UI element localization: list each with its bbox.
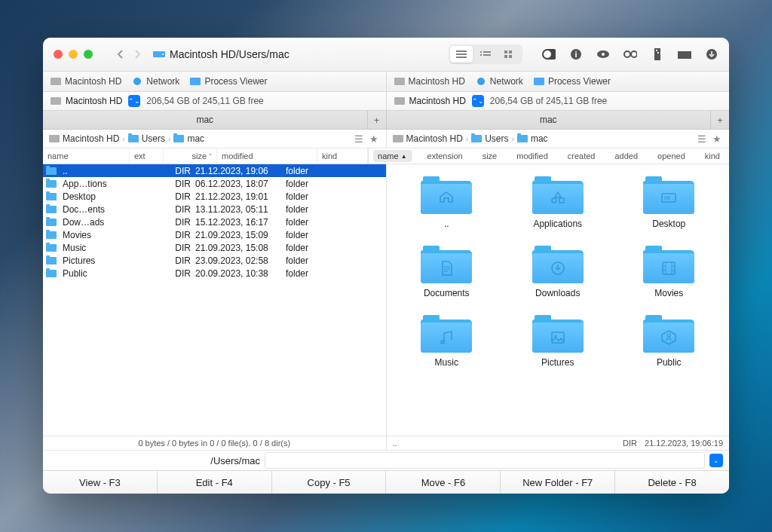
compress-icon[interactable] bbox=[651, 47, 664, 61]
view-icons-button[interactable] bbox=[498, 46, 521, 63]
file-row[interactable]: ..DIR21.12.2023, 19:06folder bbox=[43, 164, 386, 177]
folder-item[interactable]: Desktop bbox=[615, 175, 724, 229]
svg-rect-29 bbox=[51, 97, 61, 105]
layout-icon-left[interactable]: ☰ bbox=[353, 133, 365, 145]
drive-dropdown-right[interactable]: ⌃⌄ bbox=[472, 95, 484, 107]
file-manager-window: Macintosh HD/Users/mac i Macintosh HD Ne… bbox=[43, 38, 729, 494]
left-file-list[interactable]: ..DIR21.12.2023, 19:06folderApp…tionsDIR… bbox=[43, 164, 387, 436]
drive-tab-network-right[interactable]: Network bbox=[476, 76, 523, 87]
layout-icon-right[interactable]: ☰ bbox=[696, 133, 708, 145]
command-input[interactable] bbox=[265, 452, 705, 469]
col-name-left[interactable]: name bbox=[43, 148, 130, 164]
svg-point-15 bbox=[602, 53, 605, 56]
file-row[interactable]: MoviesDIR21.09.2023, 15:09folder bbox=[43, 228, 386, 241]
favorite-icon-left[interactable]: ★ bbox=[368, 133, 380, 145]
folder-item[interactable]: Documents bbox=[393, 244, 501, 298]
col-kind-right[interactable]: kind bbox=[700, 148, 725, 164]
crumb-users-right[interactable]: Users bbox=[471, 133, 508, 144]
toggle-hidden-icon[interactable] bbox=[542, 47, 556, 61]
panel-tabs: mac + mac + bbox=[43, 111, 729, 130]
sync-icon[interactable] bbox=[678, 47, 691, 61]
drive-tab-macintosh-right[interactable]: Macintosh HD bbox=[394, 76, 465, 87]
crumb-mac-right[interactable]: mac bbox=[517, 133, 548, 144]
file-row[interactable]: DesktopDIR21.12.2023, 19:01folder bbox=[43, 190, 386, 203]
drive-chip-left[interactable]: Macintosh HD bbox=[51, 96, 122, 106]
edit-button[interactable]: Edit - F4 bbox=[158, 471, 272, 494]
col-extension-right[interactable]: extension bbox=[423, 148, 467, 164]
view-button[interactable]: View - F3 bbox=[43, 471, 158, 494]
col-size-right[interactable]: size bbox=[478, 148, 502, 164]
drive-tab-process[interactable]: Process Viewer bbox=[190, 76, 267, 87]
move-button[interactable]: Move - F6 bbox=[386, 471, 501, 494]
forward-button[interactable] bbox=[130, 47, 144, 61]
add-tab-left[interactable]: + bbox=[367, 111, 386, 129]
delete-button[interactable]: Delete - F8 bbox=[615, 471, 729, 494]
left-status-text: 0 bytes / 0 bytes in 0 / 0 file(s). 0 / … bbox=[49, 439, 380, 448]
info-icon[interactable]: i bbox=[569, 47, 583, 61]
folder-item[interactable]: Music bbox=[393, 313, 501, 368]
eject-icon[interactable] bbox=[705, 47, 718, 61]
folder-item[interactable]: Pictures bbox=[504, 313, 612, 368]
minimize-window-button[interactable] bbox=[69, 50, 78, 59]
right-headers: name▲ extension size modified created ad… bbox=[369, 148, 729, 164]
add-tab-right[interactable]: + bbox=[710, 111, 729, 129]
copy-button[interactable]: Copy - F5 bbox=[272, 471, 387, 494]
folder-item[interactable]: Movies bbox=[615, 244, 724, 298]
back-button[interactable] bbox=[114, 47, 127, 61]
drive-chip-right[interactable]: Macintosh HD bbox=[394, 96, 466, 106]
crumb-mac-left[interactable]: mac bbox=[173, 133, 204, 144]
search-icon[interactable] bbox=[623, 47, 637, 61]
file-row[interactable]: MusicDIR21.09.2023, 15:08folder bbox=[43, 241, 386, 254]
right-pane-tab[interactable]: mac bbox=[387, 115, 711, 125]
crumb-drive-left[interactable]: Macintosh HD bbox=[49, 133, 119, 144]
window-title: Macintosh HD/Users/mac bbox=[153, 48, 290, 60]
col-added-right[interactable]: added bbox=[611, 148, 643, 164]
svg-rect-4 bbox=[480, 54, 482, 56]
right-status-dir: DIR bbox=[623, 439, 637, 448]
folder-item[interactable]: Downloads bbox=[504, 244, 612, 298]
svg-rect-31 bbox=[49, 135, 60, 142]
right-icon-grid[interactable]: ..ApplicationsDesktopDocumentsDownloadsM… bbox=[387, 164, 730, 436]
col-ext-left[interactable]: ext bbox=[130, 148, 164, 164]
col-opened-right[interactable]: opened bbox=[653, 148, 690, 164]
svg-rect-34 bbox=[664, 196, 670, 200]
svg-point-16 bbox=[624, 51, 630, 57]
status-bar: 0 bytes / 0 bytes in 0 / 0 file(s). 0 / … bbox=[43, 436, 729, 450]
folder-item[interactable]: .. bbox=[393, 175, 501, 229]
file-row[interactable]: PublicDIR20.09.2023, 10:38folder bbox=[43, 267, 386, 280]
drive-tab-macintosh[interactable]: Macintosh HD bbox=[51, 76, 121, 87]
drive-tab-process-right[interactable]: Process Viewer bbox=[534, 76, 611, 87]
folder-item[interactable]: Applications bbox=[504, 175, 612, 229]
crumb-users-left[interactable]: Users bbox=[128, 133, 165, 144]
file-row[interactable]: Doc…entsDIR13.11.2023, 05:11folder bbox=[43, 203, 386, 216]
view-list-button[interactable] bbox=[450, 46, 473, 63]
favorite-icon-right[interactable]: ★ bbox=[711, 133, 723, 145]
view-columns-button[interactable] bbox=[474, 46, 497, 63]
drive-dropdown-left[interactable]: ⌃⌄ bbox=[128, 95, 140, 107]
column-headers: name ext size˄ modified kind name▲ exten… bbox=[43, 148, 729, 164]
col-modified-right[interactable]: modified bbox=[512, 148, 553, 164]
col-created-right[interactable]: created bbox=[563, 148, 600, 164]
svg-rect-5 bbox=[483, 54, 491, 56]
col-kind-left[interactable]: kind bbox=[317, 148, 368, 164]
col-size-left[interactable]: size˄ bbox=[164, 148, 217, 164]
close-window-button[interactable] bbox=[54, 50, 63, 59]
drive-tab-network[interactable]: Network bbox=[132, 76, 179, 87]
zoom-window-button[interactable] bbox=[84, 50, 93, 59]
crumb-drive-right[interactable]: Macintosh HD bbox=[393, 133, 463, 144]
path-bar: /Users/mac ⌄ bbox=[43, 450, 729, 470]
svg-rect-28 bbox=[534, 78, 544, 85]
new-folder-button[interactable]: New Folder - F7 bbox=[501, 471, 615, 494]
svg-rect-3 bbox=[483, 51, 491, 53]
run-command-button[interactable]: ⌄ bbox=[709, 454, 723, 467]
svg-rect-2 bbox=[480, 51, 482, 53]
preview-icon[interactable] bbox=[596, 47, 610, 61]
svg-text:i: i bbox=[574, 50, 577, 59]
left-pane-tab[interactable]: mac bbox=[43, 115, 367, 125]
folder-item[interactable]: Public bbox=[615, 313, 724, 368]
col-name-right[interactable]: name▲ bbox=[373, 150, 412, 162]
file-row[interactable]: Dow…adsDIR15.12.2023, 16:17folder bbox=[43, 216, 386, 228]
file-row[interactable]: PicturesDIR23.09.2023, 02:58folder bbox=[43, 254, 386, 267]
col-modified-left[interactable]: modified bbox=[217, 148, 317, 164]
file-row[interactable]: App…tionsDIR06.12.2023, 18:07folder bbox=[43, 177, 386, 190]
